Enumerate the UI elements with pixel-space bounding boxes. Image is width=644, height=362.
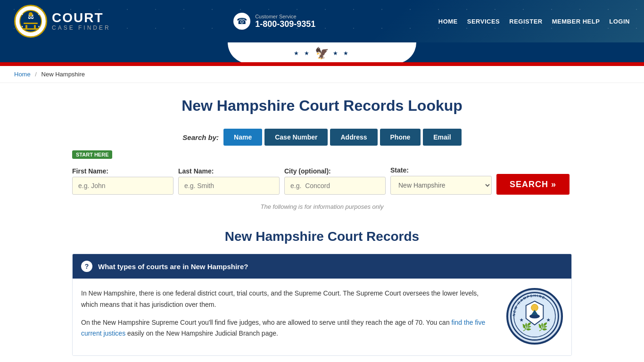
faq-link[interactable]: find the five current justices xyxy=(81,319,485,337)
svg-text:🌿: 🌿 xyxy=(522,322,532,332)
swoosh-inner: ★ ★ 🦅 ★ ★ xyxy=(0,42,644,66)
state-label: State: xyxy=(390,166,492,174)
svg-text:🌿: 🌿 xyxy=(538,322,548,332)
eagle-area: ★ ★ 🦅 ★ ★ xyxy=(294,47,351,60)
customer-service-area: ☎ Customer Service 1-800-309-9351 xyxy=(233,13,315,30)
logo-svg: ⚖ ★ ★ ★ ★ xyxy=(19,9,42,33)
faq-item-1: ? What types of courts are in New Hampsh… xyxy=(72,254,572,356)
site-header: ⚖ ★ ★ ★ ★ COURT CASE FINDER ☎ Customer S… xyxy=(0,0,644,42)
state-select[interactable]: New HampshireAlabamaAlaskaArizonaArkansa… xyxy=(390,176,492,195)
faq-para-1: In New Hampshire, there is one federal d… xyxy=(81,288,497,311)
faq-para-2: On the New Hampshire Supreme Court you'l… xyxy=(81,317,497,340)
main-nav: HOME SERVICES REGISTER MEMBER HELP LOGIN xyxy=(438,18,630,25)
faq-question-text-1: What types of courts are in New Hampshir… xyxy=(98,263,248,271)
swoosh-banner: ★ ★ 🦅 ★ ★ xyxy=(0,42,644,66)
faq-body-1: In New Hampshire, there is one federal d… xyxy=(73,279,571,355)
tab-email[interactable]: Email xyxy=(423,129,461,146)
start-here-badge: START HERE xyxy=(72,150,112,159)
faq-question-icon: ? xyxy=(81,261,92,272)
nh-seal-svg: NEW HAMPSHIRE 🌿 🌿 ★ xyxy=(509,290,561,342)
search-form: First Name: Last Name: City (optional): … xyxy=(72,166,572,195)
search-by-row: Search by: Name Case Number Address Phon… xyxy=(72,129,572,146)
last-name-label: Last Name: xyxy=(178,167,280,175)
nav-home[interactable]: HOME xyxy=(438,18,458,25)
logo-finder-label: CASE FINDER xyxy=(52,25,111,31)
info-note: The following is for information purpose… xyxy=(72,203,572,210)
nav-register[interactable]: REGISTER xyxy=(509,18,542,25)
tab-address[interactable]: Address xyxy=(330,129,377,146)
breadcrumb-home[interactable]: Home xyxy=(14,71,31,78)
customer-service-phone: 1-800-309-9351 xyxy=(255,19,315,29)
search-by-label: Search by: xyxy=(182,133,219,141)
svg-rect-4 xyxy=(34,25,36,29)
swoosh-red-stripe xyxy=(0,62,644,66)
svg-point-5 xyxy=(29,12,33,16)
first-name-input[interactable] xyxy=(72,177,173,195)
first-name-group: First Name: xyxy=(72,167,173,195)
page-title: New Hampshire Court Records Lookup xyxy=(72,97,572,115)
nav-login[interactable]: LOGIN xyxy=(609,18,630,25)
city-label: City (optional): xyxy=(284,167,386,175)
city-input[interactable] xyxy=(284,177,386,195)
first-name-label: First Name: xyxy=(72,167,173,175)
faq-header-1[interactable]: ? What types of courts are in New Hampsh… xyxy=(73,254,571,279)
svg-rect-3 xyxy=(25,25,27,29)
last-name-input[interactable] xyxy=(178,177,280,195)
breadcrumb-current: New Hampshire xyxy=(41,71,85,78)
last-name-group: Last Name: xyxy=(178,167,280,195)
tab-name[interactable]: Name xyxy=(223,129,262,146)
city-group: City (optional): xyxy=(284,167,386,195)
star-row-right: ★ ★ xyxy=(333,50,350,57)
main-content: New Hampshire Court Records Lookup Searc… xyxy=(63,83,581,362)
breadcrumb-separator: / xyxy=(35,71,37,78)
breadcrumb: Home / New Hampshire xyxy=(0,66,644,83)
nav-member-help[interactable]: MEMBER HELP xyxy=(552,18,600,25)
logo-area: ⚖ ★ ★ ★ ★ COURT CASE FINDER xyxy=(14,5,111,38)
nh-seal-inner: NEW HAMPSHIRE 🌿 🌿 ★ xyxy=(508,290,561,343)
star-row-left: ★ ★ xyxy=(294,50,311,57)
svg-rect-6 xyxy=(23,28,39,30)
eagle-icon: 🦅 xyxy=(315,47,329,60)
search-button[interactable]: SEARCH » xyxy=(496,174,570,195)
faq-body-text-1: In New Hampshire, there is one federal d… xyxy=(81,288,497,346)
tab-case-number[interactable]: Case Number xyxy=(264,129,328,146)
logo-court-label: COURT xyxy=(52,11,111,25)
tab-phone[interactable]: Phone xyxy=(380,129,421,146)
svg-rect-2 xyxy=(24,23,38,24)
logo-text: COURT CASE FINDER xyxy=(52,11,111,31)
svg-text:★: ★ xyxy=(546,318,551,322)
section-title: New Hampshire Court Records xyxy=(72,229,572,244)
svg-text:★: ★ xyxy=(520,318,524,322)
customer-service-icon: ☎ xyxy=(233,13,250,30)
customer-service-text: Customer Service 1-800-309-9351 xyxy=(255,14,315,29)
nav-services[interactable]: SERVICES xyxy=(467,18,500,25)
customer-service-label: Customer Service xyxy=(255,14,315,19)
logo-circle: ⚖ ★ ★ ★ ★ xyxy=(14,5,47,38)
state-group: State: New HampshireAlabamaAlaskaArizona… xyxy=(390,166,492,195)
nh-seal: NEW HAMPSHIRE 🌿 🌿 ★ xyxy=(506,288,563,345)
swoosh-curve: ★ ★ 🦅 ★ ★ xyxy=(228,42,416,64)
search-form-area: START HERE First Name: Last Name: City (… xyxy=(72,150,572,195)
